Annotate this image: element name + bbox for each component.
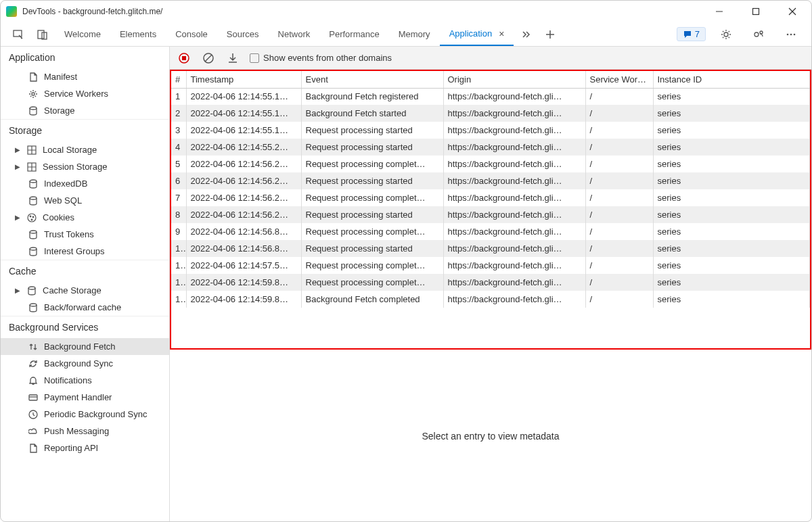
database-icon: [28, 179, 39, 189]
grid-icon: [26, 162, 37, 172]
cell: 1: [171, 88, 186, 105]
svg-point-26: [30, 216, 31, 217]
more-icon[interactable]: [779, 22, 803, 47]
svg-point-29: [30, 231, 37, 233]
section-storage: Storage: [1, 119, 169, 141]
table-row[interactable]: 92022-04-06 12:14:56.8…Request processin…: [171, 223, 810, 240]
cell: series: [653, 88, 810, 105]
col-header-service-worker[interactable]: Service Wor…: [585, 71, 653, 88]
sidebar-item-service-workers[interactable]: Service Workers: [1, 85, 169, 102]
cell: https://background-fetch.gli…: [443, 105, 585, 122]
tab-console[interactable]: Console: [166, 22, 217, 46]
events-pane: Show events from other domains # Timesta…: [170, 47, 811, 522]
svg-point-13: [790, 33, 792, 35]
sidebar-item-cache-storage[interactable]: ▶Cache Storage: [1, 282, 169, 299]
table-row[interactable]: 82022-04-06 12:14:56.2…Request processin…: [171, 206, 810, 223]
cell: 2022-04-06 12:14:55.1…: [186, 88, 301, 105]
checkbox-icon[interactable]: [250, 53, 259, 63]
cell: Request processing started: [301, 122, 443, 139]
table-row[interactable]: 1…2022-04-06 12:14:57.5…Request processi…: [171, 257, 810, 274]
sidebar-item-cookies[interactable]: ▶Cookies: [1, 209, 169, 226]
cell: Request processing complet…: [301, 274, 443, 291]
minimize-button[interactable]: [706, 2, 733, 21]
sidebar-item-storage[interactable]: Storage: [1, 102, 169, 119]
sidebar-item-session-storage[interactable]: ▶Session Storage: [1, 158, 169, 175]
tab-sources[interactable]: Sources: [217, 22, 269, 46]
table-row[interactable]: 62022-04-06 12:14:56.2…Request processin…: [171, 172, 810, 189]
tab-network[interactable]: Network: [269, 22, 320, 46]
sidebar-item-reporting-api[interactable]: Reporting API: [1, 440, 169, 456]
table-row[interactable]: 12022-04-06 12:14:55.1…Background Fetch …: [171, 88, 810, 105]
table-row[interactable]: 1…2022-04-06 12:14:56.8…Request processi…: [171, 240, 810, 257]
show-other-domains-checkbox[interactable]: Show events from other domains: [250, 53, 392, 63]
table-row[interactable]: 1…2022-04-06 12:14:59.8…Background Fetch…: [171, 291, 810, 308]
sidebar-item-indexeddb[interactable]: IndexedDB: [1, 175, 169, 192]
sidebar-item-background-sync[interactable]: Background Sync: [1, 355, 169, 372]
table-row[interactable]: 1…2022-04-06 12:14:59.8…Request processi…: [171, 274, 810, 291]
maximize-button[interactable]: [742, 2, 769, 21]
inspect-icon[interactable]: [6, 22, 30, 47]
svg-point-9: [724, 32, 728, 37]
database-icon: [28, 195, 39, 206]
tab-performance[interactable]: Performance: [319, 22, 388, 46]
table-row[interactable]: 52022-04-06 12:14:56.2…Request processin…: [171, 156, 810, 172]
svg-point-23: [30, 180, 37, 183]
issues-badge[interactable]: 7: [677, 27, 706, 41]
cell: series: [653, 139, 810, 156]
table-row[interactable]: 32022-04-06 12:14:55.1…Request processin…: [171, 122, 810, 139]
table-row[interactable]: 72022-04-06 12:14:56.2…Request processin…: [171, 189, 810, 206]
cell: 2022-04-06 12:14:56.8…: [186, 223, 301, 240]
table-row[interactable]: 42022-04-06 12:14:55.2…Request processin…: [171, 139, 810, 156]
expand-icon[interactable]: ▶: [14, 214, 21, 221]
cell: 9: [171, 223, 186, 240]
clock-icon: [28, 409, 39, 420]
col-header-timestamp[interactable]: Timestamp: [186, 71, 301, 88]
col-header-num[interactable]: #: [171, 71, 186, 88]
sidebar-item-trust-tokens[interactable]: Trust Tokens: [1, 226, 169, 243]
expand-icon[interactable]: ▶: [14, 163, 21, 170]
sidebar-item-websql[interactable]: Web SQL: [1, 192, 169, 209]
tab-memory[interactable]: Memory: [389, 22, 440, 46]
tab-application[interactable]: Application×: [440, 22, 514, 46]
expand-icon[interactable]: ▶: [14, 146, 21, 153]
sidebar-item-periodic-sync[interactable]: Periodic Background Sync: [1, 406, 169, 423]
sidebar-item-background-fetch[interactable]: Background Fetch: [1, 338, 169, 355]
close-tab-icon[interactable]: ×: [499, 28, 504, 39]
cell: 5: [171, 156, 186, 172]
sidebar-item-manifest[interactable]: Manifest: [1, 68, 169, 85]
table-row[interactable]: 22022-04-06 12:14:55.1…Background Fetch …: [171, 105, 810, 122]
application-sidebar: Application Manifest Service Workers Sto…: [1, 47, 170, 522]
feedback-icon[interactable]: [746, 22, 771, 47]
col-header-origin[interactable]: Origin: [443, 71, 585, 88]
cell: Request processing complet…: [301, 156, 443, 172]
sidebar-item-bf-cache[interactable]: Back/forward cache: [1, 299, 169, 316]
device-toggle-icon[interactable]: [30, 22, 55, 47]
sidebar-item-push-messaging[interactable]: Push Messaging: [1, 423, 169, 440]
sidebar-item-local-storage[interactable]: ▶Local Storage: [1, 141, 169, 158]
cell: 6: [171, 172, 186, 189]
add-tab-icon[interactable]: [538, 22, 562, 47]
sidebar-item-notifications[interactable]: Notifications: [1, 372, 169, 389]
download-icon[interactable]: [225, 51, 240, 66]
tab-welcome[interactable]: Welcome: [55, 22, 110, 46]
more-tabs-icon[interactable]: [514, 22, 538, 47]
sidebar-item-interest-groups[interactable]: Interest Groups: [1, 243, 169, 260]
cell: https://background-fetch.gli…: [443, 206, 585, 223]
cloud-icon: [28, 426, 39, 437]
cell: /: [585, 88, 653, 105]
col-header-event[interactable]: Event: [301, 71, 443, 88]
cell: /: [585, 257, 653, 274]
svg-point-27: [32, 216, 34, 218]
record-icon[interactable]: [177, 51, 191, 66]
cell: https://background-fetch.gli…: [443, 240, 585, 257]
settings-icon[interactable]: [714, 22, 738, 47]
sidebar-item-payment-handler[interactable]: Payment Handler: [1, 389, 169, 406]
close-button[interactable]: [779, 2, 806, 21]
expand-icon[interactable]: ▶: [14, 287, 21, 294]
tab-elements[interactable]: Elements: [110, 22, 166, 46]
svg-point-16: [30, 107, 37, 110]
cell: /: [585, 274, 653, 291]
col-header-instance-id[interactable]: Instance ID: [653, 71, 810, 88]
clear-icon[interactable]: [201, 51, 216, 66]
cell: Request processing complet…: [301, 223, 443, 240]
